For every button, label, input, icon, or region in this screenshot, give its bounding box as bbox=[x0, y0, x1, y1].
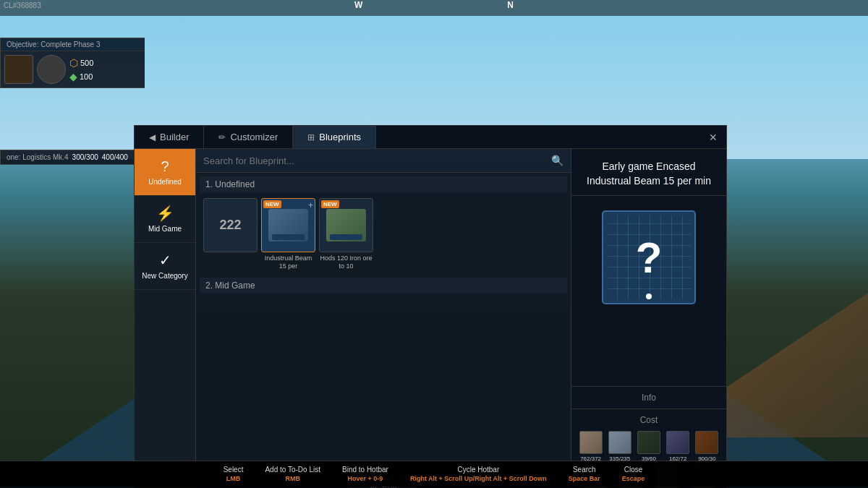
add-button-beam[interactable]: + bbox=[308, 200, 313, 210]
cost-cable: 900/30 bbox=[694, 431, 720, 462]
detail-title: Early game Encased Industrual Beam 15 pe… bbox=[571, 149, 726, 196]
item-label-beam: Industrual Beam 15 per bbox=[261, 254, 315, 270]
undefined-label: Undefined bbox=[148, 178, 182, 187]
item-thumb-hods: NEW bbox=[319, 198, 373, 252]
undefined-icon: ? bbox=[161, 158, 169, 175]
new-badge-hods: NEW bbox=[321, 200, 339, 208]
cost-grid-row1: 762/372 335/235 39/60 162/72 bbox=[577, 431, 720, 462]
tab-builder[interactable]: ◀ Builder bbox=[135, 126, 204, 148]
detail-preview-box: ? bbox=[602, 210, 696, 304]
detail-dot bbox=[646, 294, 652, 299]
cost-pipe: 162/72 bbox=[665, 431, 692, 462]
blueprint-item-hods[interactable]: NEW Hods 120 Iron ore to 10 bbox=[319, 198, 373, 270]
sidebar-item-undefined[interactable]: ? Undefined bbox=[135, 149, 195, 196]
objective-panel: Objective: Complete Phase 3 ⬡ 500 ◆ 100 bbox=[0, 38, 145, 88]
content-area: 🔍 1. Undefined 222 bbox=[196, 149, 571, 488]
keybind-cycle: Cycle Hotbar Right Alt + Scroll Up/Right… bbox=[410, 466, 547, 482]
logistics-bar: one: Logistics Mk.4 300/300 400/400 bbox=[0, 150, 145, 165]
compass-bar: CL#368883 W N bbox=[0, 0, 868, 16]
items-row-undefined: 222 NEW + Industrual Beam 15 per bbox=[200, 194, 567, 274]
cost-icon-concrete bbox=[579, 431, 603, 454]
cost-concrete: 762/372 bbox=[577, 431, 604, 462]
keybind-bind-action: Bind to Hotbar bbox=[342, 466, 388, 474]
dialog-body: ? Undefined ⚡ Mid Game ✓ New Category 🔍 bbox=[135, 149, 726, 488]
keybind-search-action: Search bbox=[573, 466, 596, 474]
logistics-label: one: Logistics Mk.4 bbox=[7, 153, 69, 161]
search-icon: 🔍 bbox=[551, 155, 563, 166]
cost-icon-frame bbox=[637, 431, 660, 454]
item-label-hods: Hods 120 Iron ore to 10 bbox=[319, 254, 373, 270]
bottom-hud: Select LMB Add to To-Do List RMB Bind to… bbox=[0, 461, 868, 488]
keybind-search-key: Space Bar bbox=[569, 475, 600, 482]
newcat-label: New Category bbox=[142, 272, 187, 281]
cost-icon-pipe bbox=[666, 431, 689, 454]
keybind-bind: Bind to Hotbar Hover + 0-9 bbox=[342, 466, 388, 482]
blueprint-dialog: ◀ Builder ✏ Customizer ⊞ Blueprints ✕ ? … bbox=[134, 125, 727, 488]
blueprint-item-222[interactable]: 222 bbox=[203, 198, 258, 270]
tab-blueprints[interactable]: ⊞ Blueprints bbox=[293, 126, 376, 148]
machine-thumb-hods bbox=[326, 209, 366, 241]
items-row-midgame bbox=[200, 296, 567, 303]
keybind-close: Close Escape bbox=[622, 466, 645, 482]
keybind-select-action: Select bbox=[224, 466, 244, 474]
tab-blueprints-label: Blueprints bbox=[319, 132, 361, 142]
cost-label: Cost bbox=[577, 415, 720, 425]
cl-number: CL#368883 bbox=[4, 1, 41, 9]
logistics-val1: 300/300 bbox=[72, 153, 98, 161]
keybind-todo: Add to To-Do List RMB bbox=[265, 466, 320, 482]
keybind-cycle-action: Cycle Hotbar bbox=[457, 466, 499, 474]
keybind-search: Search Space Bar bbox=[569, 466, 600, 482]
detail-info-label: Info bbox=[571, 386, 726, 409]
machine-thumb-beam bbox=[268, 209, 308, 241]
tab-customizer-label: Customizer bbox=[230, 132, 278, 142]
tab-bar: ◀ Builder ✏ Customizer ⊞ Blueprints ✕ bbox=[135, 126, 726, 149]
objective-header: Objective: Complete Phase 3 bbox=[1, 38, 145, 51]
compass-north: N bbox=[507, 0, 514, 10]
detail-panel: Early game Encased Industrual Beam 15 pe… bbox=[571, 149, 726, 488]
detail-question-mark: ? bbox=[636, 233, 663, 283]
cost-icon-iron bbox=[608, 431, 631, 454]
keybind-select: Select LMB bbox=[224, 466, 244, 482]
cost-iron: 335/235 bbox=[606, 431, 633, 462]
category-undefined: 1. Undefined bbox=[200, 176, 567, 192]
newcat-icon: ✓ bbox=[159, 252, 171, 269]
close-button[interactable]: ✕ bbox=[706, 130, 720, 145]
cost-icon-cable bbox=[695, 431, 718, 454]
cost-frame: 39/60 bbox=[635, 431, 662, 462]
tab-customizer[interactable]: ✏ Customizer bbox=[204, 126, 293, 148]
sidebar-item-midgame[interactable]: ⚡ Mid Game bbox=[135, 196, 195, 243]
blueprint-grid: 1. Undefined 222 NEW + bbox=[196, 173, 571, 471]
keybind-cycle-key: Right Alt + Scroll Up/Right Alt + Scroll… bbox=[410, 475, 547, 482]
obj-resource1-val: 500 bbox=[80, 59, 93, 67]
tab-builder-label: Builder bbox=[160, 132, 189, 142]
keybind-todo-key: RMB bbox=[285, 475, 300, 482]
logistics-val2: 400/400 bbox=[102, 153, 128, 161]
sidebar-item-newcat[interactable]: ✓ New Category bbox=[135, 243, 195, 290]
sidebar: ? Undefined ⚡ Mid Game ✓ New Category bbox=[135, 149, 196, 488]
customizer-icon: ✏ bbox=[218, 132, 226, 142]
keybind-bar: Select LMB Add to To-Do List RMB Bind to… bbox=[0, 461, 868, 487]
blueprints-icon: ⊞ bbox=[307, 132, 315, 142]
keybind-todo-action: Add to To-Do List bbox=[265, 466, 320, 474]
blueprint-item-beam[interactable]: NEW + Industrual Beam 15 per bbox=[261, 198, 315, 270]
detail-preview: ? bbox=[571, 196, 726, 386]
obj-resource2-val: 100 bbox=[80, 72, 93, 81]
midgame-label: Mid Game bbox=[148, 225, 182, 234]
search-bar: 🔍 bbox=[196, 149, 571, 173]
search-input[interactable] bbox=[203, 155, 545, 166]
midgame-icon: ⚡ bbox=[156, 205, 174, 222]
builder-icon: ◀ bbox=[149, 132, 156, 142]
keybind-bind-key: Hover + 0-9 bbox=[348, 475, 383, 482]
category-midgame: 2. Mid Game bbox=[200, 278, 567, 294]
item-thumb-222: 222 bbox=[203, 198, 258, 252]
item-thumb-beam: NEW + bbox=[261, 198, 315, 252]
keybind-select-key: LMB bbox=[226, 475, 241, 482]
obj-icon-2 bbox=[37, 55, 66, 84]
new-badge-beam: NEW bbox=[263, 200, 281, 208]
compass-west: W bbox=[354, 0, 362, 10]
keybind-close-key: Escape bbox=[622, 475, 645, 482]
keybind-close-action: Close bbox=[624, 466, 643, 474]
obj-icon bbox=[4, 55, 33, 84]
